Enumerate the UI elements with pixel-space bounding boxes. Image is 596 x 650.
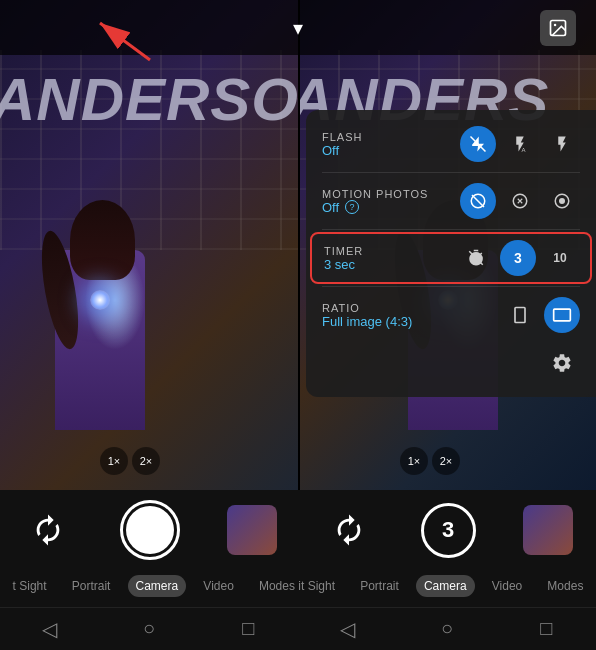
timer-label: TIMER 3 sec: [324, 245, 363, 272]
flash-off-button[interactable]: [460, 126, 496, 162]
settings-gear-button[interactable]: [544, 345, 580, 381]
timer-shutter-icon: 3: [421, 503, 476, 558]
svg-text:A: A: [522, 147, 526, 153]
gear-row: [306, 341, 596, 389]
mode-tab-modes-right[interactable]: Modes: [539, 575, 591, 597]
gallery-thumb-left[interactable]: [227, 505, 277, 555]
gallery-thumb-icon-right: [523, 505, 573, 555]
flash-label: FLASH Off: [322, 131, 362, 158]
ratio-title: RATIO: [322, 302, 412, 314]
shutter-icon-left: [120, 500, 180, 560]
divider-1: [322, 172, 580, 173]
timer-shutter-button[interactable]: 3: [421, 503, 476, 558]
rotate-icon-left: [23, 505, 73, 555]
recents-button-left[interactable]: □: [228, 609, 268, 649]
character-figure: [25, 170, 205, 430]
motion-photos-icons: [460, 183, 580, 219]
home-button-right[interactable]: ○: [427, 609, 467, 649]
gallery-thumb-right[interactable]: [523, 505, 573, 555]
nav-bar: ◁ ○ □ ◁ ○ □: [0, 607, 596, 649]
rotate-icon-right: [324, 505, 374, 555]
mode-tab-sight-left[interactable]: t Sight: [5, 575, 55, 597]
flash-on-button[interactable]: [544, 126, 580, 162]
split-line: [298, 0, 300, 490]
svg-rect-13: [554, 309, 571, 321]
svg-point-1: [554, 23, 557, 25]
back-button-left[interactable]: ◁: [30, 609, 70, 649]
shutter-inner-left: [126, 506, 174, 554]
timer-row: TIMER 3 sec 3 10: [310, 232, 592, 284]
svg-line-3: [100, 23, 150, 60]
timer-icons: 3 10: [458, 240, 578, 276]
mode-tab-portrait-left[interactable]: Portrait: [64, 575, 119, 597]
flash-value: Off: [322, 143, 362, 158]
svg-point-10: [559, 198, 565, 204]
help-icon[interactable]: ?: [345, 200, 359, 214]
chevron-down-icon[interactable]: ▾: [293, 16, 303, 40]
flash-icons: A: [460, 126, 580, 162]
divider-2: [322, 229, 580, 230]
mode-tabs: t Sight Portrait Camera Video Modes it S…: [0, 565, 596, 607]
gallery-button[interactable]: [540, 10, 576, 46]
svg-rect-12: [515, 308, 525, 323]
flash-title: FLASH: [322, 131, 362, 143]
camera-buttons-row: 3: [0, 490, 596, 565]
magic-orb: [90, 290, 110, 310]
zoom-2x-left[interactable]: 2×: [132, 447, 160, 475]
anderson-text: ANDERSON: [0, 65, 343, 134]
bottom-controls: 3 t Sight Portrait Camera Video Modes it…: [0, 490, 596, 650]
zoom-2x-right[interactable]: 2×: [432, 447, 460, 475]
recents-button-right[interactable]: □: [526, 609, 566, 649]
timer-10-button[interactable]: 10: [542, 240, 578, 276]
gallery-thumb-icon-left: [227, 505, 277, 555]
motion-photos-label: MOTION PHOTOS Off ?: [322, 188, 428, 215]
mode-tab-modes-it-sight[interactable]: Modes it Sight: [251, 575, 343, 597]
zoom-1x-right[interactable]: 1×: [400, 447, 428, 475]
ratio-value: Full image (4:3): [322, 314, 412, 329]
ratio-wide-button[interactable]: [544, 297, 580, 333]
motion-photos-value: Off ?: [322, 200, 428, 215]
ratio-icons: [502, 297, 580, 333]
rotate-camera-button-right[interactable]: [324, 505, 374, 555]
motion-photos-title: MOTION PHOTOS: [322, 188, 428, 200]
mode-tab-video-right[interactable]: Video: [484, 575, 530, 597]
red-arrow: [80, 15, 160, 65]
mode-tab-portrait-right[interactable]: Portrait: [352, 575, 407, 597]
motion-off-button[interactable]: [460, 183, 496, 219]
motion-auto-button[interactable]: [502, 183, 538, 219]
svg-line-7: [472, 195, 484, 207]
home-button-left[interactable]: ○: [129, 609, 169, 649]
back-button-right[interactable]: ◁: [328, 609, 368, 649]
motion-on-button[interactable]: [544, 183, 580, 219]
settings-panel: FLASH Off A: [306, 110, 596, 397]
mode-tab-camera-left[interactable]: Camera: [128, 575, 187, 597]
flash-row: FLASH Off A: [306, 118, 596, 170]
ratio-row: RATIO Full image (4:3): [306, 289, 596, 341]
mode-tab-camera-right[interactable]: Camera: [416, 575, 475, 597]
ratio-tall-button[interactable]: [502, 297, 538, 333]
ratio-label: RATIO Full image (4:3): [322, 302, 412, 329]
timer-title: TIMER: [324, 245, 363, 257]
zoom-controls-left: 1× 2×: [100, 447, 160, 475]
zoom-1x-left[interactable]: 1×: [100, 447, 128, 475]
shutter-button-left[interactable]: [120, 500, 180, 560]
timer-3-button[interactable]: 3: [500, 240, 536, 276]
zoom-controls-right: 1× 2×: [400, 447, 460, 475]
mode-tab-video-left[interactable]: Video: [195, 575, 241, 597]
timer-off-button[interactable]: [458, 240, 494, 276]
divider-3: [322, 286, 580, 287]
rotate-camera-button-left[interactable]: [23, 505, 73, 555]
timer-value: 3 sec: [324, 257, 363, 272]
motion-photos-row: MOTION PHOTOS Off ?: [306, 175, 596, 227]
flash-auto-button[interactable]: A: [502, 126, 538, 162]
